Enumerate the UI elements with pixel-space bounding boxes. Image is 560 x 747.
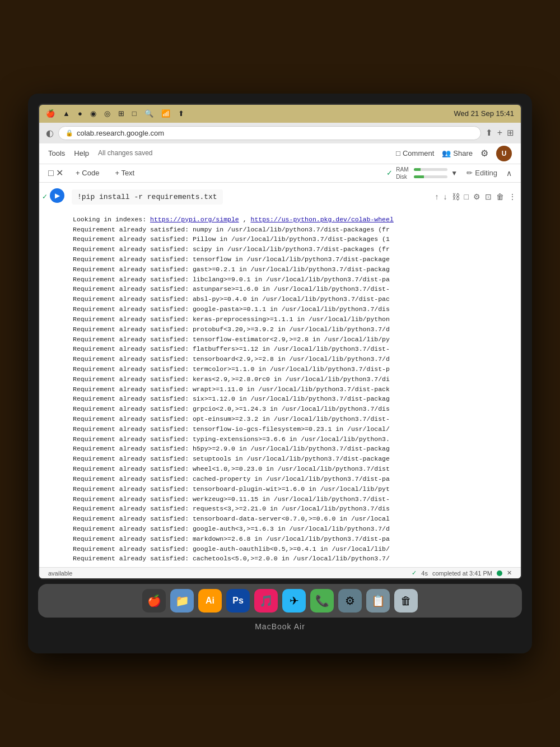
output-line-9: Requirement already satisfied: google-pa… [73, 304, 512, 314]
colab-toolbar: Tools Help All changes saved □ Comment 👥… [39, 143, 521, 164]
completed-label: completed at 3:41 PM [432, 570, 492, 577]
laptop-label: MacBook Air [38, 618, 522, 631]
check-icon: ✓ [412, 569, 417, 577]
dock-folder[interactable]: 📁 [170, 589, 194, 613]
laptop-frame: 🍎 ▲ ● ◉ ◎ ⊞ □ 🔍 📶 ⬆ Wed 21 Sep 15:41 ◐ 🔒 [28, 94, 532, 653]
cell-toolbar: !pip install -r requirements.txt ↑ ↓ ⛓ □… [72, 187, 516, 207]
dock-whatsapp[interactable]: 📞 [310, 589, 334, 613]
ram-row: RAM [396, 166, 447, 173]
output-line-2: Requirement already satisfied: Pillow in… [73, 234, 512, 244]
menu-help[interactable]: Help [74, 149, 89, 157]
disk-label: Disk [396, 174, 412, 180]
share-btn[interactable]: 👥 Share [442, 149, 473, 157]
available-text: available [48, 570, 72, 577]
status-bar-right: ✓ 4s completed at 3:41 PM ✕ [412, 569, 512, 577]
output-line-12: Requirement already satisfied: tensorflo… [73, 335, 512, 345]
settings-icon[interactable]: ⚙ [480, 148, 488, 159]
add-text-btn[interactable]: + Text [111, 168, 138, 178]
notebook-toolbar-left: □ ✕ + Code + Text [48, 168, 138, 178]
editing-btn[interactable]: ✏ Editing [466, 169, 497, 177]
output-line-10: Requirement already satisfied: keras-pre… [73, 314, 512, 324]
move-down-icon[interactable]: ↓ [444, 192, 447, 201]
cell-code[interactable]: !pip install -r requirements.txt [72, 189, 223, 205]
share-label: Share [453, 149, 473, 157]
address-bar-row: ◐ 🔒 colab.research.google.com ⬆ + ⊞ [39, 123, 521, 143]
menu-tools[interactable]: Tools [48, 149, 65, 157]
move-up-icon[interactable]: ↑ [435, 192, 439, 201]
comment-label: Comment [403, 149, 434, 157]
status-bar: available ✓ 4s completed at 3:41 PM ✕ [39, 567, 521, 578]
cell-content: !pip install -r requirements.txt ↑ ↓ ⛓ □… [67, 183, 521, 211]
output-line-34: Requirement already satisfied: cachetool… [73, 554, 512, 564]
output-line-19: Requirement already satisfied: grpcio<2.… [73, 404, 512, 414]
user-avatar[interactable]: U [496, 146, 512, 161]
comment-btn[interactable]: □ Comment [396, 149, 434, 157]
output-line-3: Requirement already satisfied: scipy in … [73, 244, 512, 254]
output-line-26: Requirement already satisfied: cached-pr… [73, 474, 512, 484]
colab-actions: □ Comment 👥 Share ⚙ U [396, 146, 512, 161]
output-line-5: Requirement already satisfied: gast>=0.2… [73, 265, 512, 275]
dock-photoshop[interactable]: Ps [226, 589, 250, 613]
dock-settings[interactable]: ⚙ [338, 589, 362, 613]
menu-icon4: ⊞ [118, 109, 124, 118]
up-icon: ⬆ [178, 109, 184, 118]
back-icon[interactable]: ◐ [46, 128, 54, 138]
share-icon[interactable]: ⬆ [486, 128, 493, 138]
copy-icon[interactable]: □ [464, 192, 469, 201]
disk-row: Disk [396, 174, 447, 180]
more-icon[interactable]: ⋮ [508, 192, 516, 201]
link-icon[interactable]: ⛓ [452, 192, 460, 201]
notebook-toolbar-right: ✓ RAM Disk ▼ ✏ Editi [386, 166, 512, 180]
url-text: colab.research.google.com [77, 129, 164, 137]
output-line-24: Requirement already satisfied: setuptool… [73, 454, 512, 464]
output-line-22: Requirement already satisfied: typing-ex… [73, 434, 512, 444]
macos-bar-right: Wed 21 Sep 15:41 [454, 109, 514, 118]
cell-action-icons: ↑ ↓ ⛓ □ ⚙ ⊡ 🗑 ⋮ [435, 192, 516, 201]
ram-bar [414, 168, 447, 171]
green-status-dot [497, 570, 502, 576]
time-label: 4s [421, 570, 428, 577]
chevron-up-icon[interactable]: ∧ [506, 169, 512, 178]
output-line-18: Requirement already satisfied: six>=1.12… [73, 394, 512, 404]
tabs-icon[interactable]: ⊞ [507, 128, 514, 138]
run-button[interactable]: ▶ [50, 188, 64, 203]
usage-bars: RAM Disk [396, 166, 447, 180]
address-bar[interactable]: 🔒 colab.research.google.com [58, 126, 481, 140]
settings-cell-icon[interactable]: ⚙ [473, 192, 480, 201]
close-icon[interactable]: ✕ [507, 569, 512, 577]
wifi-icon: 📶 [161, 109, 170, 118]
lock-icon: 🔒 [66, 129, 73, 137]
search-icon[interactable]: 🔍 [144, 109, 153, 118]
output-line-28: Requirement already satisfied: werkzeug>… [73, 494, 512, 504]
dock-telegram[interactable]: ✈ [282, 589, 306, 613]
dock-misc1[interactable]: 📋 [366, 589, 390, 613]
output-line-23: Requirement already satisfied: h5py>=2.9… [73, 444, 512, 454]
datetime: Wed 21 Sep 15:41 [454, 109, 514, 118]
output-line-27: Requirement already satisfied: tensorboa… [73, 484, 512, 494]
add-code-btn[interactable]: + Code [72, 168, 102, 178]
save-status: All changes saved [98, 149, 152, 157]
output-line-29: Requirement already satisfied: requests<… [73, 504, 512, 514]
dock-illustrator[interactable]: Ai [198, 589, 222, 613]
collapse-icon[interactable]: □ ✕ [48, 168, 63, 178]
add-tab-icon[interactable]: + [497, 128, 502, 138]
link-pypi[interactable]: https://pypi.org/simple [150, 216, 239, 223]
delete-icon[interactable]: 🗑 [496, 192, 504, 201]
output-line-20: Requirement already satisfied: opt-einsu… [73, 414, 512, 424]
dropdown-icon[interactable]: ▼ [451, 169, 458, 177]
dock-trash[interactable]: 🗑 [394, 589, 418, 613]
checkmark-icon: ✓ [386, 169, 393, 177]
apple-icon[interactable]: 🍎 [46, 109, 55, 118]
notebook-toolbar: □ ✕ + Code + Text ✓ RAM Disk [39, 164, 521, 183]
dock-finder[interactable]: 🍎 [142, 589, 166, 613]
output-line-31: Requirement already satisfied: google-au… [73, 524, 512, 534]
ram-label: RAM [396, 166, 412, 173]
output-line-32: Requirement already satisfied: markdown>… [73, 534, 512, 544]
share-icon: 👥 [442, 149, 451, 157]
disk-bar [414, 175, 447, 178]
browser-chrome: ◐ 🔒 colab.research.google.com ⬆ + ⊞ [39, 123, 521, 143]
dock-music[interactable]: 🎵 [254, 589, 278, 613]
link-colab[interactable]: https://us-python.pkg.dev/colab-wheel [250, 216, 393, 223]
output-line-15: Requirement already satisfied: termcolor… [73, 364, 512, 374]
expand-icon[interactable]: ⊡ [485, 192, 492, 201]
